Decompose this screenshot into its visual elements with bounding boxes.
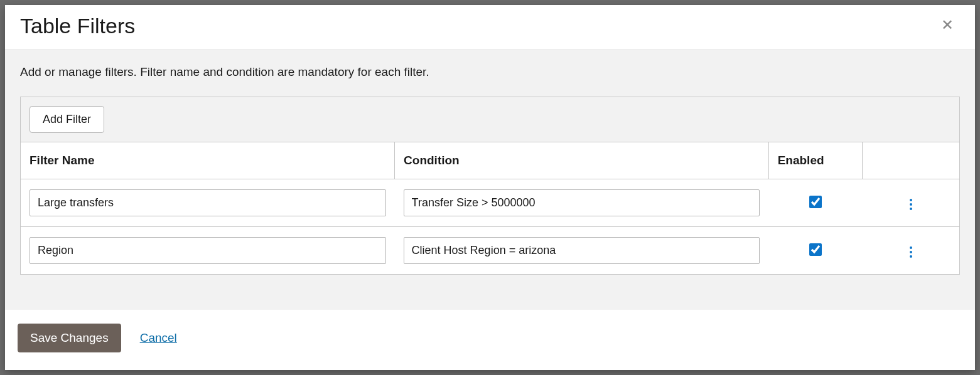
filter-name-input[interactable] <box>30 237 386 264</box>
kebab-icon <box>910 246 912 258</box>
save-button[interactable]: Save Changes <box>18 324 121 352</box>
close-button[interactable]: ✕ <box>935 14 960 36</box>
kebab-icon <box>910 199 912 210</box>
add-filter-button[interactable]: Add Filter <box>30 106 104 133</box>
filters-table: Filter Name Condition Enabled <box>21 142 959 274</box>
col-header-name: Filter Name <box>21 142 395 179</box>
table-row <box>21 179 959 227</box>
filters-panel: Add Filter Filter Name Condition Enabled <box>20 97 960 275</box>
dialog-description: Add or manage filters. Filter name and c… <box>20 65 960 79</box>
filter-enabled-checkbox[interactable] <box>809 196 822 208</box>
table-filters-dialog: Table Filters ✕ Add or manage filters. F… <box>5 5 975 370</box>
row-actions-button[interactable] <box>903 195 918 214</box>
dialog-header: Table Filters ✕ <box>5 5 975 50</box>
row-actions-button[interactable] <box>903 243 918 261</box>
filter-enabled-checkbox[interactable] <box>809 243 822 256</box>
dialog-title: Table Filters <box>20 14 135 38</box>
col-header-actions <box>862 142 959 179</box>
cancel-link[interactable]: Cancel <box>140 331 177 345</box>
add-filter-bar: Add Filter <box>21 97 959 142</box>
table-row <box>21 227 959 275</box>
col-header-condition: Condition <box>395 142 769 179</box>
close-icon: ✕ <box>941 16 954 33</box>
col-header-enabled: Enabled <box>768 142 862 179</box>
filter-condition-input[interactable] <box>404 237 760 264</box>
dialog-body: Add or manage filters. Filter name and c… <box>5 50 975 310</box>
filter-condition-input[interactable] <box>404 189 760 216</box>
dialog-footer: Save Changes Cancel <box>5 310 975 370</box>
filter-name-input[interactable] <box>30 189 386 216</box>
